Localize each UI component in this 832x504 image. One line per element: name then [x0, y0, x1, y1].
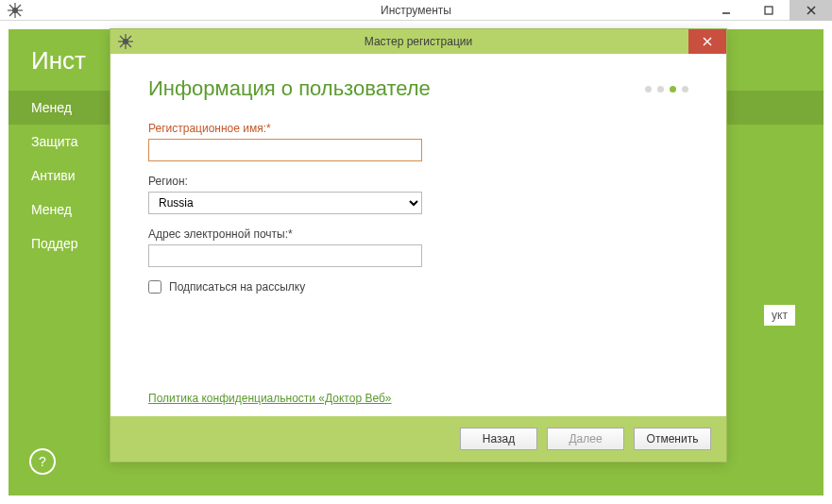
minimize-button[interactable] [705, 0, 747, 21]
reg-name-label: Регистрационное имя:* [148, 122, 688, 135]
registration-dialog: Мастер регистрации Информация о пользова… [110, 28, 727, 462]
email-input[interactable] [148, 244, 422, 267]
back-button[interactable]: Назад [460, 428, 537, 450]
svg-rect-6 [765, 7, 773, 14]
window-controls [705, 0, 832, 21]
step-indicator [645, 86, 688, 92]
subscribe-label: Подписаться на рассылку [169, 280, 305, 294]
step-dot-1 [645, 86, 652, 92]
dialog-body: Информация о пользователе Регистрационно… [110, 54, 726, 416]
right-stub-text: укт [764, 305, 795, 326]
cancel-button[interactable]: Отменить [634, 428, 711, 450]
subscribe-checkbox[interactable] [148, 280, 161, 294]
step-dot-3 [670, 86, 676, 92]
privacy-link[interactable]: Политика конфиденциальности «Доктор Веб» [148, 392, 392, 405]
outer-titlebar: Инструменты [0, 0, 832, 21]
dialog-title: Мастер регистрации [110, 35, 726, 48]
maximize-button[interactable] [747, 0, 790, 21]
dialog-titlebar: Мастер регистрации [110, 29, 726, 54]
dialog-heading: Информация о пользователе [148, 76, 688, 101]
reg-name-input[interactable] [148, 139, 422, 161]
dialog-app-icon [118, 34, 133, 49]
region-label: Регион: [148, 175, 688, 188]
region-select[interactable]: Russia [148, 192, 422, 214]
email-label: Адрес электронной почты:* [148, 227, 688, 241]
next-button[interactable]: Далее [547, 428, 624, 450]
help-icon[interactable]: ? [29, 448, 56, 475]
dialog-footer: Назад Далее Отменить [110, 416, 726, 462]
close-button[interactable] [790, 0, 832, 21]
app-icon [8, 3, 23, 18]
step-dot-4 [682, 86, 688, 92]
step-dot-2 [657, 86, 664, 92]
dialog-close-button[interactable] [688, 29, 726, 54]
